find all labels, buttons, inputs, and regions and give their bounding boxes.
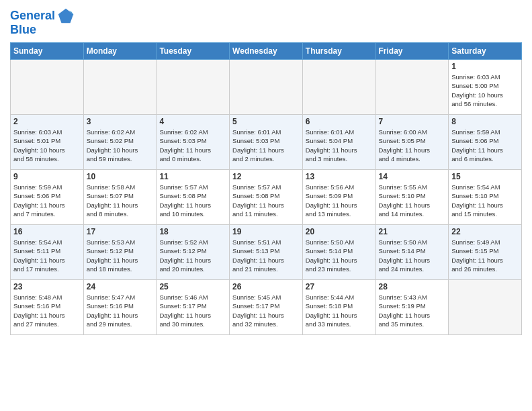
calendar-cell: 3Sunrise: 6:02 AM Sunset: 5:02 PM Daylig… bbox=[83, 115, 157, 170]
day-number: 5 bbox=[232, 117, 300, 126]
day-info: Sunrise: 5:53 AM Sunset: 5:12 PM Dayligh… bbox=[87, 238, 154, 273]
day-number: 25 bbox=[159, 282, 226, 291]
day-info: Sunrise: 5:57 AM Sunset: 5:08 PM Dayligh… bbox=[159, 183, 226, 218]
weekday-header: Sunday bbox=[11, 43, 84, 60]
day-info: Sunrise: 5:43 AM Sunset: 5:19 PM Dayligh… bbox=[379, 293, 446, 328]
calendar-cell: 12Sunrise: 5:57 AM Sunset: 5:08 PM Dayli… bbox=[230, 170, 303, 225]
calendar-cell: 2Sunrise: 6:03 AM Sunset: 5:01 PM Daylig… bbox=[11, 115, 84, 170]
day-number: 14 bbox=[379, 172, 446, 181]
calendar-cell: 4Sunrise: 6:02 AM Sunset: 5:03 PM Daylig… bbox=[157, 115, 230, 170]
day-info: Sunrise: 5:55 AM Sunset: 5:10 PM Dayligh… bbox=[379, 183, 446, 218]
calendar-cell bbox=[157, 60, 230, 115]
calendar-cell: 27Sunrise: 5:44 AM Sunset: 5:18 PM Dayli… bbox=[302, 280, 375, 335]
day-info: Sunrise: 5:56 AM Sunset: 5:09 PM Dayligh… bbox=[306, 183, 373, 218]
day-info: Sunrise: 6:00 AM Sunset: 5:05 PM Dayligh… bbox=[379, 128, 446, 163]
day-info: Sunrise: 5:54 AM Sunset: 5:11 PM Dayligh… bbox=[13, 238, 81, 273]
day-number: 23 bbox=[13, 282, 81, 291]
day-number: 8 bbox=[451, 117, 519, 126]
day-number: 28 bbox=[379, 282, 446, 291]
day-info: Sunrise: 6:01 AM Sunset: 5:03 PM Dayligh… bbox=[232, 128, 300, 163]
header: General Blue bbox=[10, 7, 522, 37]
day-number: 1 bbox=[451, 62, 519, 71]
calendar-cell: 21Sunrise: 5:50 AM Sunset: 5:14 PM Dayli… bbox=[375, 225, 449, 280]
calendar-cell bbox=[449, 280, 522, 335]
calendar-cell bbox=[83, 60, 157, 115]
calendar-cell: 19Sunrise: 5:51 AM Sunset: 5:13 PM Dayli… bbox=[230, 225, 303, 280]
day-number: 15 bbox=[451, 172, 519, 181]
day-number: 10 bbox=[87, 172, 154, 181]
calendar-cell: 26Sunrise: 5:45 AM Sunset: 5:17 PM Dayli… bbox=[230, 280, 303, 335]
day-number: 6 bbox=[306, 117, 373, 126]
day-number: 2 bbox=[13, 117, 81, 126]
calendar-cell bbox=[375, 60, 449, 115]
day-info: Sunrise: 5:59 AM Sunset: 5:06 PM Dayligh… bbox=[13, 183, 81, 218]
calendar-cell: 11Sunrise: 5:57 AM Sunset: 5:08 PM Dayli… bbox=[157, 170, 230, 225]
weekday-header: Monday bbox=[83, 43, 157, 60]
calendar-cell: 14Sunrise: 5:55 AM Sunset: 5:10 PM Dayli… bbox=[375, 170, 449, 225]
calendar-cell: 20Sunrise: 5:50 AM Sunset: 5:14 PM Dayli… bbox=[302, 225, 375, 280]
weekday-header: Thursday bbox=[302, 43, 375, 60]
calendar-week-row: 16Sunrise: 5:54 AM Sunset: 5:11 PM Dayli… bbox=[11, 225, 522, 280]
calendar-cell: 6Sunrise: 6:01 AM Sunset: 5:04 PM Daylig… bbox=[302, 115, 375, 170]
calendar-cell: 24Sunrise: 5:47 AM Sunset: 5:16 PM Dayli… bbox=[83, 280, 157, 335]
day-info: Sunrise: 5:58 AM Sunset: 5:07 PM Dayligh… bbox=[87, 183, 154, 218]
day-number: 9 bbox=[13, 172, 81, 181]
day-number: 13 bbox=[306, 172, 373, 181]
day-number: 4 bbox=[159, 117, 226, 126]
calendar-cell: 15Sunrise: 5:54 AM Sunset: 5:10 PM Dayli… bbox=[449, 170, 522, 225]
day-number: 24 bbox=[87, 282, 154, 291]
day-number: 11 bbox=[159, 172, 226, 181]
day-number: 12 bbox=[232, 172, 300, 181]
day-info: Sunrise: 5:48 AM Sunset: 5:16 PM Dayligh… bbox=[13, 293, 81, 328]
page: General Blue SundayMondayTuesdayWednesda… bbox=[0, 0, 532, 411]
day-info: Sunrise: 5:50 AM Sunset: 5:14 PM Dayligh… bbox=[306, 238, 373, 273]
calendar-cell: 7Sunrise: 6:00 AM Sunset: 5:05 PM Daylig… bbox=[375, 115, 449, 170]
day-info: Sunrise: 6:02 AM Sunset: 5:03 PM Dayligh… bbox=[159, 128, 226, 163]
day-info: Sunrise: 5:52 AM Sunset: 5:12 PM Dayligh… bbox=[159, 238, 226, 273]
day-info: Sunrise: 5:49 AM Sunset: 5:15 PM Dayligh… bbox=[451, 238, 519, 273]
calendar-cell: 1Sunrise: 6:03 AM Sunset: 5:00 PM Daylig… bbox=[449, 60, 522, 115]
day-info: Sunrise: 5:59 AM Sunset: 5:06 PM Dayligh… bbox=[451, 128, 519, 163]
day-info: Sunrise: 5:45 AM Sunset: 5:17 PM Dayligh… bbox=[232, 293, 300, 328]
calendar-cell: 18Sunrise: 5:52 AM Sunset: 5:12 PM Dayli… bbox=[157, 225, 230, 280]
day-info: Sunrise: 5:51 AM Sunset: 5:13 PM Dayligh… bbox=[232, 238, 300, 273]
day-number: 20 bbox=[306, 227, 373, 236]
calendar: SundayMondayTuesdayWednesdayThursdayFrid… bbox=[10, 42, 522, 335]
day-info: Sunrise: 5:46 AM Sunset: 5:17 PM Dayligh… bbox=[159, 293, 226, 328]
logo: General Blue bbox=[10, 7, 75, 37]
day-number: 3 bbox=[87, 117, 154, 126]
day-number: 21 bbox=[379, 227, 446, 236]
day-info: Sunrise: 5:57 AM Sunset: 5:08 PM Dayligh… bbox=[232, 183, 300, 218]
weekday-header: Wednesday bbox=[230, 43, 303, 60]
day-number: 26 bbox=[232, 282, 300, 291]
day-info: Sunrise: 5:50 AM Sunset: 5:14 PM Dayligh… bbox=[379, 238, 446, 273]
calendar-cell: 28Sunrise: 5:43 AM Sunset: 5:19 PM Dayli… bbox=[375, 280, 449, 335]
calendar-cell: 16Sunrise: 5:54 AM Sunset: 5:11 PM Dayli… bbox=[11, 225, 84, 280]
calendar-week-row: 9Sunrise: 5:59 AM Sunset: 5:06 PM Daylig… bbox=[11, 170, 522, 225]
day-info: Sunrise: 6:03 AM Sunset: 5:01 PM Dayligh… bbox=[13, 128, 81, 163]
day-number: 7 bbox=[379, 117, 446, 126]
weekday-header: Tuesday bbox=[157, 43, 230, 60]
day-info: Sunrise: 5:44 AM Sunset: 5:18 PM Dayligh… bbox=[306, 293, 373, 328]
calendar-cell: 17Sunrise: 5:53 AM Sunset: 5:12 PM Dayli… bbox=[83, 225, 157, 280]
day-number: 27 bbox=[306, 282, 373, 291]
day-number: 19 bbox=[232, 227, 300, 236]
calendar-cell: 5Sunrise: 6:01 AM Sunset: 5:03 PM Daylig… bbox=[230, 115, 303, 170]
calendar-week-row: 2Sunrise: 6:03 AM Sunset: 5:01 PM Daylig… bbox=[11, 115, 522, 170]
svg-marker-0 bbox=[58, 9, 73, 23]
weekday-header: Saturday bbox=[449, 43, 522, 60]
calendar-header-row: SundayMondayTuesdayWednesdayThursdayFrid… bbox=[11, 43, 522, 60]
calendar-cell: 9Sunrise: 5:59 AM Sunset: 5:06 PM Daylig… bbox=[11, 170, 84, 225]
day-number: 18 bbox=[159, 227, 226, 236]
day-info: Sunrise: 6:01 AM Sunset: 5:04 PM Dayligh… bbox=[306, 128, 373, 163]
calendar-cell bbox=[11, 60, 84, 115]
day-number: 16 bbox=[13, 227, 81, 236]
day-info: Sunrise: 5:54 AM Sunset: 5:10 PM Dayligh… bbox=[451, 183, 519, 218]
calendar-cell: 10Sunrise: 5:58 AM Sunset: 5:07 PM Dayli… bbox=[83, 170, 157, 225]
calendar-cell: 13Sunrise: 5:56 AM Sunset: 5:09 PM Dayli… bbox=[302, 170, 375, 225]
logo-icon bbox=[56, 7, 75, 26]
day-number: 17 bbox=[87, 227, 154, 236]
day-info: Sunrise: 5:47 AM Sunset: 5:16 PM Dayligh… bbox=[87, 293, 154, 328]
calendar-cell bbox=[230, 60, 303, 115]
calendar-cell bbox=[302, 60, 375, 115]
